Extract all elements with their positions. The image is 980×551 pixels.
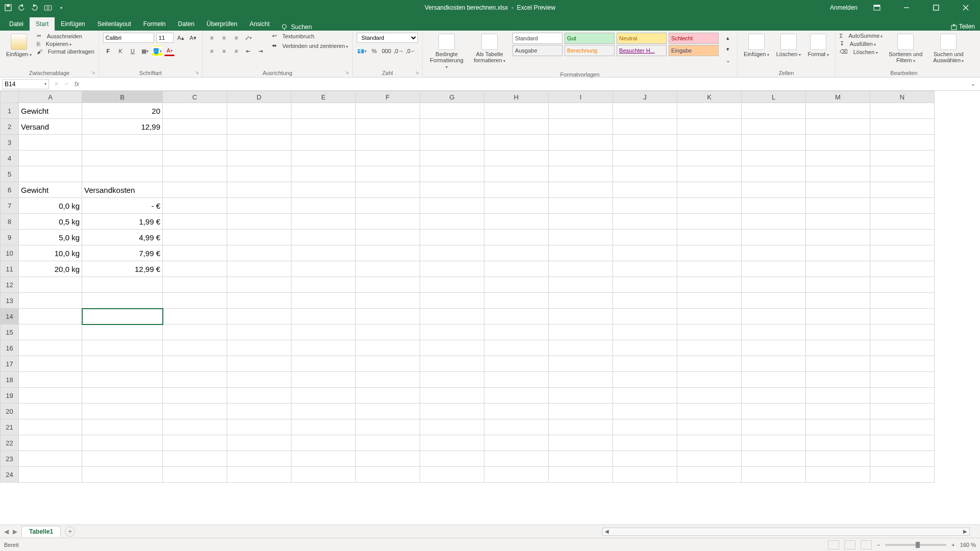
tab-start[interactable]: Start [30,17,55,31]
underline-button[interactable]: U [128,46,138,56]
cell[interactable] [742,135,806,151]
cell[interactable]: Gewicht [19,182,82,198]
cell[interactable] [227,103,291,119]
cell[interactable] [82,435,163,451]
row-header[interactable]: 7 [1,198,19,214]
increase-decimal-icon[interactable]: ,0→ [394,46,404,56]
cell[interactable] [613,214,677,230]
comma-format-icon[interactable]: 000 [381,46,391,56]
cell[interactable] [613,277,677,293]
cell[interactable] [484,151,549,166]
cell[interactable] [677,309,742,324]
cell[interactable] [806,293,870,309]
cell[interactable] [19,135,82,151]
share-button[interactable]: Teilen [950,23,975,31]
cell[interactable] [549,419,613,435]
cell[interactable] [420,198,484,214]
cell[interactable] [356,214,420,230]
cell[interactable] [677,388,742,404]
cell[interactable] [82,309,163,324]
cell[interactable] [742,467,806,483]
cell[interactable] [227,182,291,198]
cell[interactable] [356,277,420,293]
cell[interactable] [870,166,935,182]
cell[interactable] [163,467,227,483]
enter-formula-icon[interactable]: ✓ [61,79,71,89]
cell[interactable] [742,166,806,182]
cell[interactable] [484,356,549,372]
horizontal-scrollbar[interactable]: ◀▶ [602,528,970,536]
cell[interactable] [677,372,742,388]
cell[interactable] [420,119,484,135]
cell[interactable] [356,404,420,419]
fill-button[interactable]: ↧ Ausfüllen [840,40,883,47]
cell[interactable] [613,324,677,340]
maximize-icon[interactable] [926,0,946,15]
align-right-icon[interactable]: ≡ [231,46,241,56]
cell[interactable] [870,435,935,451]
cell[interactable] [742,388,806,404]
cell[interactable] [227,135,291,151]
cell[interactable] [870,324,935,340]
cell[interactable] [613,182,677,198]
cell[interactable] [484,435,549,451]
cell[interactable] [356,230,420,245]
cell[interactable] [870,198,935,214]
row-header[interactable]: 5 [1,166,19,182]
cell[interactable] [82,388,163,404]
clear-button[interactable]: ⌫ Löschen [840,48,883,55]
row-header[interactable]: 12 [1,277,19,293]
cell[interactable] [742,151,806,166]
cell[interactable] [677,404,742,419]
cell[interactable] [291,309,356,324]
cell[interactable] [420,435,484,451]
increase-font-icon[interactable]: A▴ [176,33,186,43]
zoom-slider[interactable] [885,544,946,546]
cell[interactable] [19,277,82,293]
cell[interactable] [291,198,356,214]
cell[interactable] [420,340,484,356]
align-top-icon[interactable]: ≡ [207,33,217,43]
row-header[interactable]: 10 [1,245,19,261]
cell[interactable] [806,309,870,324]
cell[interactable] [549,135,613,151]
row-header[interactable]: 15 [1,324,19,340]
cell[interactable] [420,293,484,309]
align-middle-icon[interactable]: ≡ [219,33,229,43]
cell[interactable] [677,340,742,356]
spreadsheet-grid[interactable]: ABCDEFGHIJKLMN1Gewicht202Versand12,99345… [0,91,980,524]
cell[interactable] [484,388,549,404]
column-header[interactable]: M [806,91,870,103]
cell[interactable] [19,451,82,467]
cell[interactable] [677,103,742,119]
cell[interactable] [806,467,870,483]
cell[interactable] [82,166,163,182]
cell[interactable] [677,467,742,483]
cell[interactable] [549,309,613,324]
cell[interactable] [484,340,549,356]
cell[interactable] [613,261,677,277]
cell[interactable] [870,419,935,435]
cell[interactable] [549,388,613,404]
cell[interactable] [356,356,420,372]
cell[interactable] [291,419,356,435]
cell[interactable] [613,293,677,309]
cell[interactable] [227,261,291,277]
cell[interactable] [806,119,870,135]
cell[interactable] [870,119,935,135]
cell[interactable]: 5,0 kg [19,230,82,245]
cell[interactable] [356,467,420,483]
cell[interactable] [613,198,677,214]
cell[interactable] [613,230,677,245]
cell[interactable] [549,119,613,135]
name-box[interactable]: B14▾ [2,79,49,89]
cell[interactable] [227,340,291,356]
cell[interactable] [420,230,484,245]
cell[interactable] [19,356,82,372]
row-header[interactable]: 11 [1,261,19,277]
cell[interactable] [806,182,870,198]
align-bottom-icon[interactable]: ≡ [231,33,241,43]
cell[interactable] [549,404,613,419]
cell[interactable] [356,245,420,261]
zoom-in-button[interactable]: + [951,542,954,548]
